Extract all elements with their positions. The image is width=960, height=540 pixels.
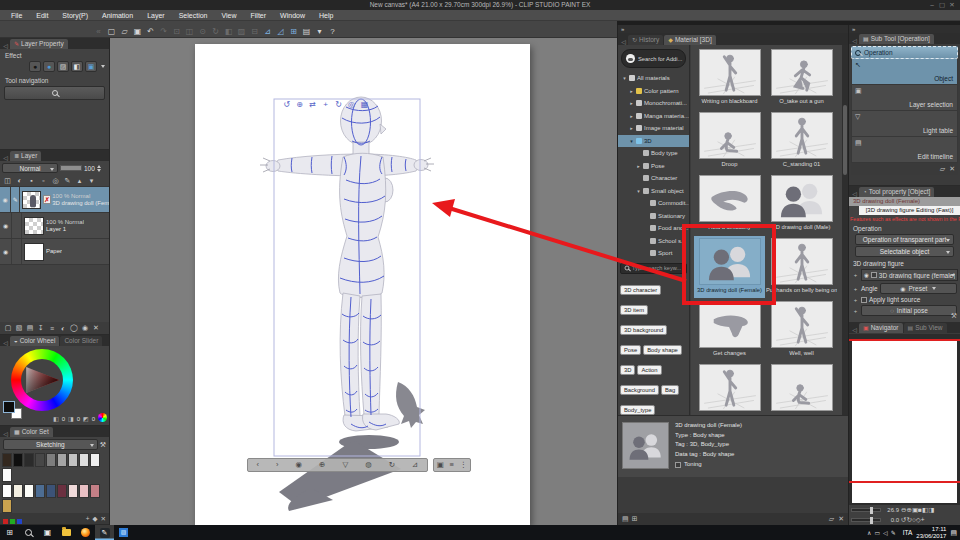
tree-item-all-materials[interactable]: ▾All materials	[618, 72, 689, 85]
material-writing-on-blackboard[interactable]: Writing on blackboard	[694, 47, 765, 109]
color-swatch-r1-8[interactable]	[90, 453, 100, 467]
angle-preset-button[interactable]: ◉ Preset	[880, 283, 957, 294]
tree-item-monochromati[interactable]: ▸Monochromati...	[618, 97, 689, 110]
subtool-layer-selection[interactable]: ▣ Layer selection	[851, 85, 958, 111]
keyword-3d-background[interactable]: 3D background	[620, 325, 667, 336]
material-3d-drawing-doll-male[interactable]: 3D drawing doll (Male)	[766, 173, 837, 235]
canvas-page[interactable]: ↺⊕⇄+↻◎▦ ‹›◉⊕▽◍↻⊿ ▣≡⋮	[195, 44, 530, 525]
color-swatch-r1-2[interactable]	[24, 453, 34, 467]
material-thumbnail[interactable]	[699, 238, 761, 285]
layer-edit-mark[interactable]	[12, 213, 22, 238]
blend-mode-dropdown[interactable]: Normal	[2, 163, 58, 173]
object-list-icon[interactable]: ≡	[450, 459, 454, 471]
set-as-draft-icon[interactable]: ✎	[62, 177, 73, 185]
material-thumbnail[interactable]	[699, 175, 761, 222]
navigator-preview[interactable]	[849, 334, 960, 505]
border-effect-icon[interactable]: ●	[29, 61, 41, 72]
color-swatch-r2-8[interactable]	[90, 484, 100, 498]
layer-row-paper[interactable]: ◉ Paper	[0, 239, 109, 265]
3d-figure-canvas[interactable]	[195, 44, 530, 525]
reset-all-icon[interactable]: +	[921, 516, 925, 523]
selectable-object-dropdown[interactable]: Selectable object	[855, 246, 954, 257]
panel-expand-strip[interactable]: »	[849, 25, 960, 33]
next-model-icon[interactable]: ›	[276, 459, 279, 471]
expand-icon[interactable]: +	[852, 272, 859, 278]
joint-lock-icon[interactable]: ⊿	[412, 459, 418, 471]
prev-model-icon[interactable]: ‹	[257, 459, 260, 471]
color-swatch-r1-9[interactable]	[2, 468, 12, 482]
border-effect-on-icon[interactable]: ●	[43, 61, 55, 72]
figure-option-box[interactable]: ◉ 3D drawing figure (female)	[861, 269, 958, 281]
tree-item-body-type[interactable]: Body type	[618, 147, 689, 160]
tree-item-3d[interactable]: ▾3D	[618, 135, 689, 148]
start-button[interactable]: ⊞	[0, 525, 19, 540]
layer-edit-mark[interactable]: ✎	[11, 187, 20, 212]
color-set-preset-dropdown[interactable]: Sketching	[3, 439, 98, 450]
color-swatch-r2-7[interactable]	[79, 484, 89, 498]
tree-item-commodit[interactable]: Commodit...	[618, 197, 689, 210]
lock-layer-icon[interactable]: ▪	[26, 177, 37, 184]
keyword-pose[interactable]: Pose	[620, 345, 641, 356]
material-menu-icon[interactable]: ▤	[622, 515, 629, 522]
color-slider-tab[interactable]: Color Slider	[64, 336, 98, 346]
material-get-changes[interactable]: Get changes	[694, 299, 765, 361]
speaker-icon[interactable]: ◁	[883, 530, 888, 536]
material-hold-a-delicately[interactable]: Hold a delicately	[694, 173, 765, 235]
new-vector-layer-icon[interactable]: ▧	[14, 324, 24, 332]
new-raster-layer-icon[interactable]: ▢	[3, 324, 13, 332]
material-thumbnail[interactable]	[699, 364, 761, 411]
camera-pan-icon[interactable]: ⊕	[293, 100, 306, 112]
keyword-body-shape[interactable]: Body shape	[643, 345, 682, 356]
mannequin-body[interactable]	[266, 97, 428, 431]
transfer-down-icon[interactable]: ↧	[36, 324, 46, 332]
palette-dropdown-icon[interactable]: ▾	[86, 177, 97, 185]
panel-collapse-icon[interactable]: ◁	[2, 42, 9, 49]
material-view-icon[interactable]: ⊞	[632, 515, 638, 522]
camera-angle-icon[interactable]: ◍	[365, 459, 372, 471]
expression-color-bw-icon[interactable]: ◧	[71, 61, 83, 72]
keyword-3d[interactable]: 3D	[620, 365, 635, 376]
tray-expand-icon[interactable]: ∧	[867, 530, 871, 536]
layer-mask-icon[interactable]: ◯	[69, 324, 79, 332]
tool-property-tab[interactable]: Tool property [Object]	[869, 187, 931, 197]
layer-thumbnail[interactable]	[24, 243, 44, 261]
initial-pose-button[interactable]: ◌ Initial pose	[861, 305, 957, 316]
apply-mask-icon[interactable]: ◉	[80, 324, 90, 332]
notification-center-icon[interactable]: ▤	[950, 529, 957, 537]
change-layer-type-icon[interactable]: ◫	[2, 177, 13, 185]
menu-layer[interactable]: Layer	[140, 10, 172, 21]
menu-view[interactable]: View	[214, 10, 243, 21]
material-o-take-out-a-gun[interactable]: O_take out a gun	[766, 47, 837, 109]
color-swatch-r1-6[interactable]	[68, 453, 78, 467]
color-swatch-r1-5[interactable]	[57, 453, 67, 467]
object-pose-icon[interactable]: ◎	[345, 100, 358, 112]
opacity-slider[interactable]	[60, 165, 82, 171]
pose-hand-icon[interactable]: ◉	[296, 459, 303, 471]
layer-color-icon[interactable]: ▣	[85, 61, 97, 72]
effect-more-icon[interactable]	[101, 65, 105, 68]
tree-item-manga-materia[interactable]: ▸Manga materia...	[618, 110, 689, 123]
keyword-bag[interactable]: Bag	[661, 385, 679, 396]
merge-down-icon[interactable]: ≡	[47, 325, 57, 332]
menu-selection[interactable]: Selection	[172, 10, 215, 21]
keyword-body-type[interactable]: Body_type	[620, 405, 655, 416]
color-swatch-r2-2[interactable]	[24, 484, 34, 498]
drop-to-ground-icon[interactable]: ▽	[342, 459, 348, 471]
delete-layer-icon[interactable]: ✕	[91, 324, 101, 332]
tool-navigation-button[interactable]	[4, 86, 105, 100]
tool-property-settings-icon[interactable]: ⚒	[951, 312, 957, 320]
material-thumbnail[interactable]	[699, 301, 761, 348]
color-swatch-r2-3[interactable]	[35, 484, 45, 498]
camera-rotate-icon[interactable]: ↺	[280, 100, 293, 112]
keyword-background[interactable]: Background	[620, 385, 659, 396]
material-pose[interactable]	[766, 362, 837, 415]
toning-checkbox[interactable]	[675, 462, 681, 468]
tree-item-school-s[interactable]: School s...	[618, 235, 689, 248]
keyword-3d-character[interactable]: 3D character	[620, 285, 661, 296]
camera-zoom-icon[interactable]: ⇄	[306, 100, 319, 112]
layer-thumbnail[interactable]	[24, 217, 44, 235]
file-explorer[interactable]	[57, 525, 76, 540]
color-swatch-r2-4[interactable]	[46, 484, 56, 498]
display-icon[interactable]: ▭	[874, 530, 880, 536]
figure-checkbox[interactable]	[871, 272, 877, 278]
